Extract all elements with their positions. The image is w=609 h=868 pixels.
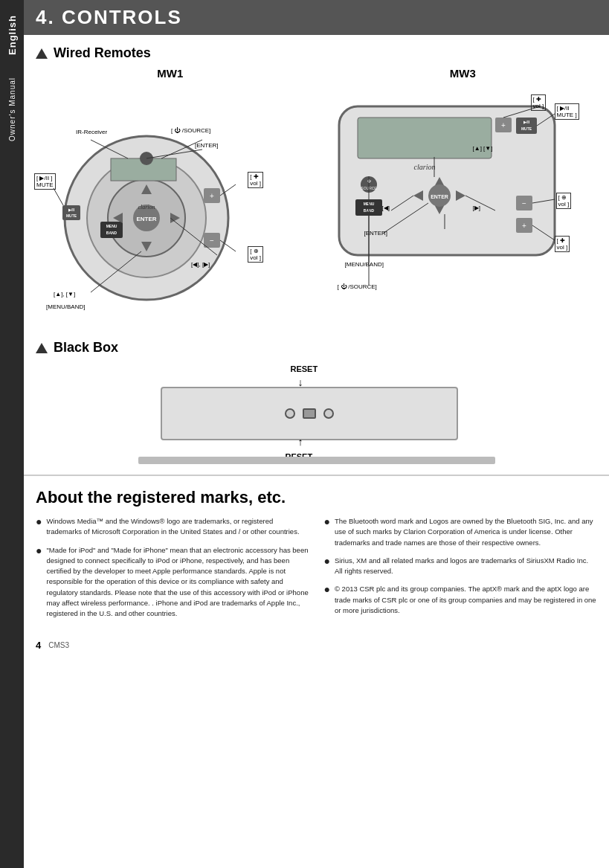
svg-line-56 bbox=[391, 196, 413, 210]
svg-text:▶/II: ▶/II bbox=[523, 120, 529, 124]
mw3-vol-up-bracket: [ ✚vol ] bbox=[531, 94, 547, 111]
about-right-col: ● The Bluetooth word mark and Logos are … bbox=[324, 516, 598, 626]
bb-reset-button[interactable] bbox=[303, 408, 316, 419]
wired-remotes-label: Wired Remotes bbox=[54, 45, 151, 61]
bullet-3: ● bbox=[324, 516, 330, 527]
mw3-vol-right-bracket: [ ✚vol ] bbox=[555, 236, 570, 252]
svg-rect-3 bbox=[111, 158, 176, 181]
about-text-1: Windows Media™ and the Windows® logo are… bbox=[46, 516, 309, 538]
main-content: 4. CONTROLS Wired Remotes MW1 bbox=[24, 0, 609, 657]
svg-line-62 bbox=[537, 114, 555, 126]
svg-rect-31 bbox=[358, 118, 492, 158]
about-text-5: © 2013 CSR plc and its group companies. … bbox=[335, 584, 597, 616]
svg-marker-42 bbox=[456, 190, 465, 201]
svg-text:+: + bbox=[522, 222, 526, 230]
svg-text:−: − bbox=[522, 199, 526, 208]
mw1-vol-down-bracket: [ ⊕vol ] bbox=[248, 246, 263, 263]
mw3-svg: clarion ⏻ SOURCE MENU BAND bbox=[324, 84, 592, 329]
svg-text:ENTER: ENTER bbox=[431, 194, 448, 199]
page-title: 4. CONTROLS bbox=[36, 6, 182, 29]
about-columns: ● Windows Media™ and the Windows® logo a… bbox=[36, 516, 597, 626]
svg-rect-50 bbox=[516, 196, 532, 210]
svg-line-28 bbox=[91, 251, 141, 292]
svg-line-26 bbox=[220, 240, 236, 251]
svg-line-63 bbox=[532, 199, 555, 203]
svg-rect-5 bbox=[62, 205, 80, 220]
svg-point-2 bbox=[108, 179, 185, 257]
svg-text:SOURCE: SOURCE bbox=[361, 186, 377, 190]
bb-button-left[interactable] bbox=[285, 408, 295, 419]
mw3-diagram: MW3 clarion ⏻ SOURCE bbox=[324, 67, 602, 329]
mw1-ir-receiver-label: IR-Receiver bbox=[76, 129, 107, 135]
svg-rect-14 bbox=[100, 222, 123, 238]
svg-rect-52 bbox=[516, 218, 532, 233]
mw3-source-label: [ ⏻ /SOURCE] bbox=[338, 283, 377, 290]
about-marks-section: About the registered marks, etc. ● Windo… bbox=[24, 475, 609, 634]
bb-shelf bbox=[138, 457, 495, 464]
svg-marker-19 bbox=[113, 213, 123, 223]
svg-point-33 bbox=[361, 176, 377, 193]
svg-text:BAND: BAND bbox=[363, 208, 374, 213]
about-left-col: ● Windows Media™ and the Windows® logo a… bbox=[36, 516, 309, 626]
black-box-area: RESET ↓ ↑ RESET bbox=[24, 363, 609, 467]
svg-point-4 bbox=[140, 152, 153, 165]
svg-line-27 bbox=[170, 218, 217, 255]
svg-point-43 bbox=[428, 184, 451, 207]
svg-text:MUTE: MUTE bbox=[521, 126, 532, 131]
mw1-mute-bracket: [ ▶/II ]MUTE bbox=[34, 173, 56, 190]
svg-line-58 bbox=[384, 203, 428, 233]
svg-text:+: + bbox=[210, 192, 214, 200]
about-text-3: The Bluetooth word mark and Logos are ow… bbox=[335, 516, 597, 548]
about-item-3: ● The Bluetooth word mark and Logos are … bbox=[324, 516, 598, 548]
bullet-1: ● bbox=[36, 516, 42, 527]
manual-label: Owner's Manual bbox=[8, 77, 16, 141]
svg-rect-10 bbox=[204, 233, 220, 248]
mw3-vol-down-bracket: [ ⊕vol ] bbox=[556, 193, 572, 209]
model-label: CMS3 bbox=[48, 641, 69, 649]
svg-line-25 bbox=[220, 184, 236, 196]
mw1-vol-up-bracket: [ ✚vol ] bbox=[248, 172, 263, 188]
language-label: English bbox=[7, 15, 18, 55]
mw1-enter-label: [ENTER] bbox=[195, 142, 219, 149]
black-box-label: Black Box bbox=[54, 340, 118, 356]
about-item-5: ● © 2013 CSR plc and its group companies… bbox=[324, 584, 598, 616]
page-number: 4 bbox=[36, 640, 41, 651]
svg-text:−: − bbox=[210, 237, 214, 245]
svg-text:⏻: ⏻ bbox=[367, 179, 370, 183]
svg-line-22 bbox=[91, 140, 128, 158]
black-box-section: Black Box bbox=[36, 340, 597, 356]
mw3-title: MW3 bbox=[324, 67, 602, 80]
about-item-1: ● Windows Media™ and the Windows® logo a… bbox=[36, 516, 309, 538]
reset-label-top: RESET bbox=[291, 364, 318, 373]
mw3-next-label: [▶] bbox=[473, 205, 480, 211]
svg-marker-41 bbox=[413, 190, 423, 201]
section-diamond-icon bbox=[36, 48, 48, 59]
svg-line-29 bbox=[146, 150, 202, 158]
svg-point-1 bbox=[87, 158, 206, 277]
svg-text:MUTE: MUTE bbox=[66, 213, 77, 218]
svg-text:BAND: BAND bbox=[106, 231, 117, 235]
page-header: 4. CONTROLS bbox=[24, 0, 609, 35]
mw1-source-label: [ ⏻ /SOURCE] bbox=[171, 127, 210, 134]
mw1-title: MW1 bbox=[31, 67, 309, 80]
side-tab: English Owner's Manual bbox=[0, 0, 24, 868]
svg-rect-45 bbox=[495, 118, 512, 132]
bullet-4: ● bbox=[324, 556, 330, 566]
mw1-updown-label: [▲], [▼] bbox=[54, 291, 75, 298]
svg-line-64 bbox=[532, 225, 555, 240]
svg-marker-39 bbox=[434, 177, 445, 187]
about-title: About the registered marks, etc. bbox=[36, 488, 597, 507]
bullet-5: ● bbox=[324, 584, 330, 594]
mw3-mute-bracket: [ ▶/IIMUTE ] bbox=[555, 103, 579, 120]
svg-text:clarion: clarion bbox=[413, 163, 435, 171]
about-text-2: "Made for iPod" and "Made for iPhone" me… bbox=[46, 545, 309, 620]
about-item-4: ● Sirius, XM and all related marks and l… bbox=[324, 556, 598, 577]
about-item-2: ● "Made for iPod" and "Made for iPhone" … bbox=[36, 545, 309, 620]
svg-rect-47 bbox=[516, 118, 537, 134]
about-text-4: Sirius, XM and all related marks and log… bbox=[335, 556, 597, 577]
black-box-diagram: RESET ↓ ↑ RESET bbox=[138, 363, 495, 467]
mw3-enter-label: [ENTER] bbox=[364, 230, 388, 237]
bb-button-right[interactable] bbox=[323, 408, 334, 419]
wired-remotes-section: Wired Remotes bbox=[36, 45, 597, 61]
mw3-prev-label: [◀] bbox=[382, 205, 390, 211]
